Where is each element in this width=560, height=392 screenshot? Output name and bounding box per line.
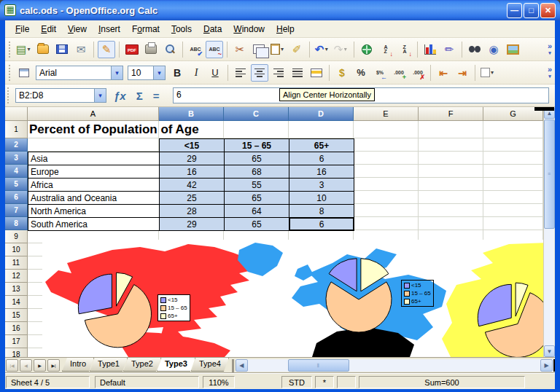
cell-B4[interactable]: 16 <box>159 165 225 179</box>
status-modified-flag[interactable]: * <box>315 376 334 388</box>
cell-C5[interactable]: 55 <box>224 178 289 192</box>
cell-D4[interactable]: 16 <box>289 165 354 179</box>
menu-file[interactable]: File <box>9 22 35 36</box>
menu-window[interactable]: Window <box>228 22 271 36</box>
row-header-17[interactable]: 17 <box>5 335 28 348</box>
export-pdf-icon[interactable]: PDF <box>123 41 141 58</box>
col-header-C[interactable]: C <box>224 107 289 121</box>
formula-bar-grip[interactable] <box>7 87 11 103</box>
cell-D7[interactable]: 8 <box>289 204 354 218</box>
tab-scrollbar-splitter[interactable] <box>232 359 234 372</box>
edit-file-icon[interactable]: ✎ <box>98 41 115 58</box>
standard-format-icon[interactable]: $%← <box>371 64 389 82</box>
cell-C6[interactable]: 65 <box>224 191 289 205</box>
status-sum[interactable]: Sum=600 <box>359 376 525 388</box>
tab-type1[interactable]: Type1 <box>90 358 128 372</box>
tab-type3[interactable]: Type3 <box>157 358 195 372</box>
row-header-2[interactable]: 2 <box>5 138 28 152</box>
row-header-10[interactable]: 10 <box>5 243 28 256</box>
sum-icon[interactable]: Σ <box>136 90 143 102</box>
print-icon[interactable] <box>142 41 160 58</box>
maximize-button[interactable]: □ <box>524 3 539 18</box>
col-header-B[interactable]: B <box>159 107 224 121</box>
underline-icon[interactable]: U <box>206 64 224 82</box>
cell-A1-title[interactable]: Percent of Population of Age <box>29 122 199 137</box>
scroll-left-icon[interactable]: ◀ <box>236 359 248 372</box>
delete-decimal-icon[interactable]: .000✗ <box>409 64 427 82</box>
row-header-9[interactable]: 9 <box>5 230 28 243</box>
col-header-F[interactable]: F <box>419 107 483 121</box>
paste-icon[interactable]: ▾ <box>269 41 287 58</box>
scroll-down-icon[interactable]: ▼ <box>544 345 555 357</box>
chevron-down-icon[interactable]: ▾ <box>323 46 330 52</box>
cell-C2[interactable]: 15 – 65 <box>224 138 289 152</box>
align-left-icon[interactable] <box>232 64 249 82</box>
spreadsheet-grid[interactable]: ABCDEFG 123456789101112131415161718 Perc… <box>5 107 543 357</box>
increase-indent-icon[interactable]: ⇥ <box>454 64 471 82</box>
cut-icon[interactable]: ✂ <box>231 41 249 58</box>
chart-object[interactable]: <1515 – 6565+<1515 – 6565+ <box>42 240 543 357</box>
cell-B8[interactable]: 29 <box>159 217 225 231</box>
cell-C8[interactable]: 65 <box>224 217 289 231</box>
row-header-14[interactable]: 14 <box>5 296 28 309</box>
cell-A8[interactable]: South America <box>28 217 160 231</box>
cell-D3[interactable]: 6 <box>289 152 354 165</box>
clone-formatting-icon[interactable]: ✐ <box>288 41 306 58</box>
horizontal-scroll-thumb[interactable]: ⦀ <box>288 359 349 372</box>
chevron-down-icon[interactable]: ▾ <box>153 66 165 79</box>
open-icon[interactable] <box>34 41 52 58</box>
status-sheet-position[interactable]: Sheet 4 / 5 <box>6 376 90 388</box>
hyperlink-icon[interactable] <box>358 41 376 58</box>
horizontal-scrollbar[interactable]: ◀ ⦀ ▶ <box>236 359 555 372</box>
col-header-D[interactable]: D <box>289 107 354 121</box>
name-box-dropdown-icon[interactable]: ▾ <box>94 89 106 102</box>
chevron-down-icon[interactable]: ▾ <box>279 46 286 52</box>
add-decimal-icon[interactable]: .000+ <box>390 64 408 82</box>
cell-D5[interactable]: 3 <box>289 178 354 192</box>
row-header-13[interactable]: 13 <box>5 283 28 296</box>
decrease-indent-icon[interactable]: ⇤ <box>435 64 452 82</box>
italic-icon[interactable]: I <box>187 64 205 82</box>
status-page-style[interactable]: Default <box>95 376 199 388</box>
find-replace-icon[interactable] <box>466 41 483 58</box>
new-icon[interactable]: ▤▾ <box>15 41 33 58</box>
cell-B6[interactable]: 25 <box>159 191 225 205</box>
cell-D2[interactable]: 65+ <box>289 138 354 152</box>
close-button[interactable]: ✕ <box>540 3 556 18</box>
cell-A5[interactable]: Africa <box>28 178 160 192</box>
styles-window-icon[interactable] <box>15 64 33 82</box>
menu-edit[interactable]: Edit <box>35 22 62 36</box>
row-header-18[interactable]: 18 <box>5 348 28 357</box>
vertical-split-handle[interactable] <box>534 107 554 111</box>
cell-A3[interactable]: Asia <box>28 152 160 165</box>
menu-help[interactable]: Help <box>271 22 300 36</box>
cell-A6[interactable]: Australia and Oceania <box>28 191 160 205</box>
cell-C3[interactable]: 65 <box>224 152 289 165</box>
name-box[interactable]: B2:D8 ▾ <box>15 88 106 103</box>
function-wizard-icon[interactable]: ƒx <box>114 90 126 102</box>
gallery-icon[interactable] <box>504 41 521 58</box>
next-sheet-icon[interactable]: ▶ <box>34 359 46 372</box>
spellcheck-icon[interactable]: ABC✔ <box>187 41 204 58</box>
cell-C7[interactable]: 64 <box>224 204 289 218</box>
menu-tools[interactable]: Tools <box>166 22 198 36</box>
title-bar[interactable]: ▦ calc.ods - OpenOffice.org Calc — □ ✕ <box>0 0 560 20</box>
col-header-A[interactable]: A <box>28 107 159 121</box>
cell-A7[interactable]: North America <box>28 204 160 218</box>
chevron-down-icon[interactable]: ▾ <box>111 66 122 79</box>
formatting-toolbar-grip[interactable] <box>9 65 12 81</box>
menu-format[interactable]: Format <box>126 22 166 36</box>
status-selection-mode[interactable]: STD <box>281 376 312 388</box>
chevron-down-icon[interactable]: ▾ <box>489 69 496 76</box>
auto-spellcheck-icon[interactable]: ABC~ <box>206 41 223 58</box>
vertical-scroll-thumb[interactable]: ≡ <box>544 119 555 229</box>
row-header-12[interactable]: 12 <box>5 270 28 283</box>
tab-intro[interactable]: Intro <box>62 358 94 372</box>
row-header-16[interactable]: 16 <box>5 322 28 335</box>
sort-descending-icon[interactable]: Z A↓ <box>396 41 413 58</box>
vertical-scrollbar[interactable]: ▲ ≡ ▼ <box>543 107 554 357</box>
chevron-down-icon[interactable]: ▾ <box>26 46 32 52</box>
standard-toolbar-grip[interactable] <box>9 42 12 58</box>
col-header-E[interactable]: E <box>354 107 419 121</box>
toolbar-overflow-icon[interactable]: »▾ <box>548 66 552 79</box>
